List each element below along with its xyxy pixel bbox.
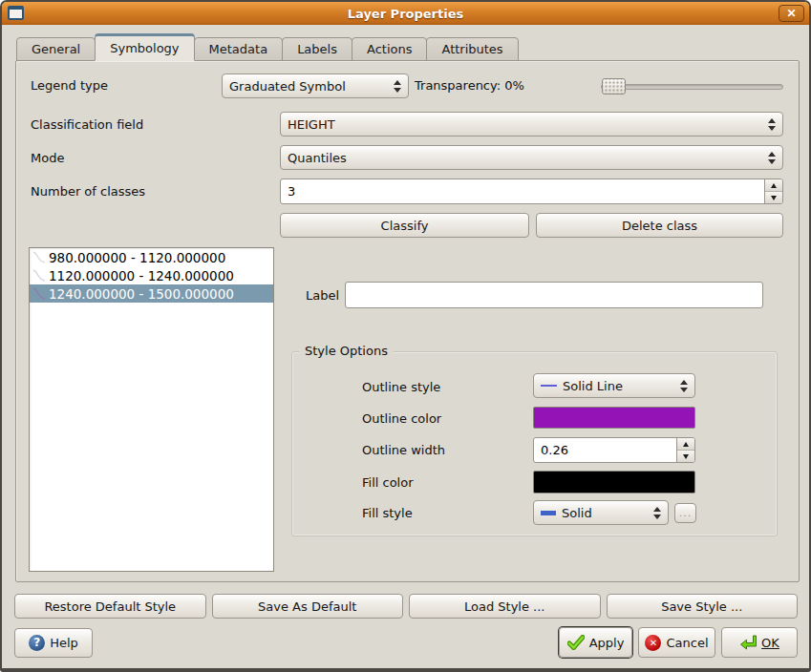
label-input[interactable] (345, 282, 763, 308)
apply-button-label: Apply (589, 636, 625, 650)
class-list: 980.000000 - 1120.000000 1120.000000 - 1… (29, 247, 274, 572)
ok-button-label: OK (761, 636, 779, 650)
apply-button[interactable]: Apply (559, 627, 632, 658)
classification-field-value: HEIGHT (288, 117, 764, 132)
fill-style-label: Fill style (362, 506, 413, 520)
up-arrow-icon (683, 442, 689, 447)
line-symbol-icon (32, 267, 47, 284)
spin-up-button[interactable] (677, 438, 694, 451)
titlebar[interactable]: Layer Properties ✕ (2, 2, 809, 25)
save-style-button[interactable]: Save Style ... (607, 594, 799, 619)
number-of-classes-label: Number of classes (31, 184, 145, 199)
mode-value: Quantiles (288, 151, 764, 165)
fill-style-select[interactable]: Solid (533, 500, 669, 525)
line-symbol-icon (32, 249, 47, 265)
mode-select[interactable]: Quantiles (280, 145, 783, 170)
help-button[interactable]: ? Help (14, 628, 93, 658)
outline-width-label: Outline width (362, 443, 445, 457)
fill-color-label: Fill color (362, 475, 414, 490)
solid-line-icon (541, 385, 557, 387)
fill-style-more-button[interactable]: ... (674, 503, 696, 523)
class-list-item[interactable]: 980.000000 - 1120.000000 (30, 248, 273, 266)
legend-type-label: Legend type (31, 78, 108, 93)
spin-buttons (764, 179, 782, 203)
cancel-button-label: Cancel (666, 636, 708, 650)
combo-arrows-icon (394, 80, 401, 93)
outline-style-select[interactable]: Solid Line (533, 373, 695, 398)
class-list-item-selected[interactable]: 1240.000000 - 1500.000000 (30, 284, 273, 303)
class-list-item[interactable]: 1120.000000 - 1240.000000 (30, 266, 273, 284)
outline-color-button[interactable] (533, 407, 695, 429)
up-arrow-icon (771, 183, 777, 188)
combo-arrows-icon (680, 380, 688, 392)
ellipsis-icon: ... (679, 509, 693, 518)
tab-general[interactable]: General (16, 37, 96, 61)
close-icon: ✕ (786, 7, 796, 20)
help-icon: ? (29, 635, 45, 651)
layer-properties-dialog: Layer Properties ✕ General Symbology Met… (0, 0, 811, 672)
solid-fill-icon (541, 511, 556, 515)
down-arrow-icon (683, 454, 689, 459)
class-range-label: 1120.000000 - 1240.000000 (49, 268, 234, 284)
load-style-button[interactable]: Load Style ... (409, 594, 601, 619)
spin-down-button[interactable] (677, 451, 694, 462)
classification-field-select[interactable]: HEIGHT (280, 112, 783, 136)
cancel-button[interactable]: ✕ Cancel (638, 627, 715, 658)
combo-arrows-icon (653, 507, 661, 519)
transparency-label: Transparency: 0% (415, 78, 524, 93)
outline-width-input[interactable] (534, 438, 676, 462)
tab-actions[interactable]: Actions (352, 37, 428, 61)
window-icon (8, 6, 24, 20)
delete-class-button[interactable]: Delete class (536, 213, 783, 238)
line-symbol-icon (32, 285, 47, 302)
classification-field-label: Classification field (31, 117, 143, 132)
combo-arrows-icon (768, 152, 776, 164)
restore-default-style-button[interactable]: Restore Default Style (14, 594, 206, 619)
mode-label: Mode (31, 151, 64, 165)
outline-style-label: Outline style (362, 380, 440, 394)
tab-symbology[interactable]: Symbology (95, 33, 194, 61)
close-button[interactable]: ✕ (779, 5, 804, 22)
transparency-slider-track[interactable] (601, 84, 783, 90)
number-of-classes-input[interactable] (281, 179, 764, 203)
style-options-title: Style Options (299, 344, 394, 358)
outline-width-spinbox (533, 437, 695, 463)
tab-metadata[interactable]: Metadata (194, 37, 284, 61)
down-arrow-icon (771, 196, 777, 200)
classify-button[interactable]: Classify (280, 213, 529, 238)
legend-type-value: Graduated Symbol (229, 79, 390, 94)
cancel-icon: ✕ (645, 635, 661, 651)
class-range-label: 1240.000000 - 1500.000000 (49, 286, 234, 302)
legend-type-select[interactable]: Graduated Symbol (222, 74, 409, 98)
fill-style-text: Solid (562, 506, 592, 520)
tab-attributes[interactable]: Attributes (426, 37, 518, 61)
spin-buttons (676, 438, 694, 462)
outline-style-text: Solid Line (563, 379, 623, 393)
outline-color-label: Outline color (362, 411, 441, 426)
combo-arrows-icon (768, 118, 776, 131)
outline-style-value: Solid Line (541, 379, 676, 393)
number-of-classes-spinbox (280, 178, 783, 204)
fill-style-value: Solid (541, 506, 650, 520)
enter-arrow-icon (739, 635, 757, 650)
fill-color-button[interactable] (533, 471, 695, 494)
window-title: Layer Properties (2, 7, 809, 21)
style-buttons-row: Restore Default Style Save As Default Lo… (14, 594, 798, 619)
ok-button[interactable]: OK (721, 627, 798, 658)
checkmark-icon (567, 635, 585, 650)
label-field-label: Label (306, 288, 339, 303)
spin-down-button[interactable] (765, 192, 782, 203)
class-range-label: 980.000000 - 1120.000000 (49, 250, 225, 265)
save-as-default-button[interactable]: Save As Default (212, 594, 404, 619)
help-button-label: Help (50, 636, 78, 650)
tab-bar: General Symbology Metadata Labels Action… (17, 33, 519, 61)
transparency-slider-handle[interactable] (602, 78, 626, 94)
tab-labels[interactable]: Labels (282, 37, 352, 61)
spin-up-button[interactable] (765, 179, 782, 192)
